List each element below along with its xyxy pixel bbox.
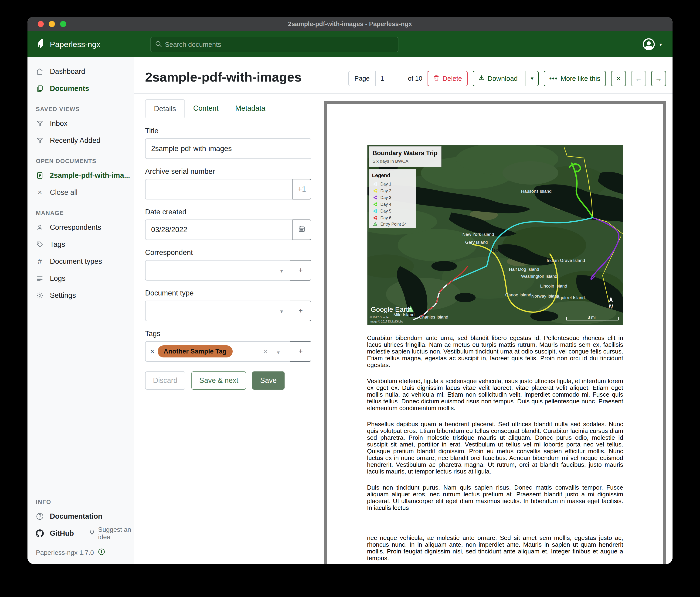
- legend-label-day6: Day 6: [380, 216, 392, 220]
- user-menu[interactable]: ▼: [642, 38, 663, 52]
- user-caret-icon: ▼: [658, 42, 663, 47]
- zoom-window-button[interactable]: [60, 21, 66, 27]
- asn-input[interactable]: [145, 179, 293, 199]
- save-and-next-button[interactable]: Save & next: [192, 372, 246, 390]
- clear-tags-icon[interactable]: ×: [264, 348, 268, 355]
- more-like-this-button[interactable]: ••• More like this: [544, 71, 606, 86]
- sidebar-item-close-all[interactable]: × Close all: [27, 184, 134, 201]
- map-text-annotation: Text: [491, 247, 502, 253]
- document-type-label: Document type: [145, 289, 311, 297]
- legend-label-day4: Day 4: [380, 202, 392, 207]
- close-document-button[interactable]: ×: [611, 71, 626, 86]
- paragraph: Curabitur bibendum ante urna, sed blandi…: [367, 335, 623, 368]
- pdf-page: Hausons Island New York Island Gary Isla…: [327, 104, 663, 564]
- download-caret[interactable]: ▼: [526, 71, 538, 86]
- paragraph: nec neque vehicula, ac molestie ante orn…: [367, 534, 623, 562]
- brand[interactable]: Paperless-ngx: [37, 38, 100, 50]
- pdf-preview-pane[interactable]: Hausons Island New York Island Gary Isla…: [324, 101, 666, 564]
- sidebar-item-correspondents[interactable]: Correspondents: [27, 219, 134, 236]
- asn-plus-one-button[interactable]: +1: [293, 179, 311, 199]
- sidebar-item-inbox[interactable]: Inbox: [27, 115, 134, 132]
- map-legend: Legend Day 1 Day 2 Day 3 Day 4 Day 5 Day…: [369, 169, 416, 228]
- search-input[interactable]: [165, 41, 394, 48]
- map-label-canoe: Canoe Island: [505, 292, 531, 297]
- sidebar-item-label: Correspondents: [50, 223, 101, 232]
- sidebar: Dashboard Documents SAVED VIEWS Inbox Re…: [27, 57, 134, 564]
- delete-button[interactable]: Delete: [428, 71, 468, 86]
- document-type-select[interactable]: ▼: [145, 301, 291, 321]
- tab-metadata[interactable]: Metadata: [227, 99, 274, 118]
- sidebar-item-label: Suggest an idea: [98, 526, 134, 541]
- map-label-indian-grave: Indian Grave Island: [547, 258, 585, 263]
- traffic-lights[interactable]: [38, 21, 66, 27]
- caret-down-icon: ▼: [530, 76, 534, 81]
- info-icon[interactable]: [98, 548, 105, 557]
- form-tabs: Details Content Metadata: [145, 99, 311, 118]
- save-button[interactable]: Save: [252, 372, 284, 390]
- sidebar-item-label: Logs: [50, 274, 66, 283]
- map-label-norway: Norway Island: [531, 294, 559, 298]
- search-box[interactable]: [150, 37, 398, 52]
- download-label: Download: [488, 75, 518, 82]
- add-tag-button[interactable]: +: [290, 341, 311, 362]
- home-icon: [36, 68, 44, 75]
- correspondent-label: Correspondent: [145, 248, 311, 257]
- hash-icon: #: [36, 257, 44, 266]
- map-credit: Google Earth: [371, 306, 412, 313]
- sidebar-item-suggest-idea[interactable]: Suggest an idea: [89, 526, 134, 541]
- map-copyright-1: © 2017 Google: [370, 316, 389, 319]
- sidebar-item-document-types[interactable]: # Document types: [27, 253, 134, 270]
- discard-button[interactable]: Discard: [145, 372, 185, 390]
- sidebar-item-logs[interactable]: Logs: [27, 270, 134, 287]
- title-input[interactable]: [145, 138, 311, 159]
- tab-details[interactable]: Details: [145, 99, 185, 118]
- page-navigator: Page of 10: [348, 71, 428, 86]
- next-document-button[interactable]: →: [651, 71, 666, 86]
- download-button[interactable]: Download ▼: [473, 71, 539, 86]
- legend-label-day1: Day 1: [380, 182, 392, 186]
- close-icon: ×: [36, 188, 44, 197]
- sidebar-item-settings[interactable]: Settings: [27, 287, 134, 304]
- add-document-type-button[interactable]: +: [290, 301, 311, 321]
- sidebar-item-documents[interactable]: Documents: [27, 80, 134, 97]
- minimize-window-button[interactable]: [49, 21, 55, 27]
- tags-select[interactable]: × Another Sample Tag × ▼: [145, 341, 291, 362]
- dots-icon: •••: [549, 75, 558, 82]
- calendar-button[interactable]: [293, 219, 311, 240]
- caret-down-icon: ▼: [279, 309, 284, 314]
- close-window-button[interactable]: [38, 21, 44, 27]
- sidebar-item-documentation[interactable]: Documentation: [27, 508, 134, 525]
- window-title: 2sample-pdf-with-images - Paperless-ngx: [288, 21, 412, 28]
- document-title: 2sample-pdf-with-images: [145, 69, 302, 85]
- sidebar-section-saved-views: SAVED VIEWS: [27, 97, 134, 115]
- download-main[interactable]: Download: [473, 75, 523, 83]
- remove-tag-icon[interactable]: ×: [150, 348, 154, 355]
- sidebar-item-github[interactable]: GitHub: [27, 525, 74, 542]
- sidebar-item-label: Document types: [50, 257, 102, 266]
- file-text-icon: [36, 172, 44, 179]
- avatar-icon: [642, 38, 655, 52]
- close-icon: ×: [617, 75, 621, 82]
- tag-chip[interactable]: Another Sample Tag: [158, 345, 233, 357]
- date-created-input[interactable]: [145, 219, 293, 240]
- filter-icon: [36, 137, 44, 144]
- page-number-input[interactable]: [375, 71, 402, 86]
- sidebar-item-label: Documents: [50, 85, 89, 93]
- sidebar-item-tags[interactable]: Tags: [27, 236, 134, 253]
- sidebar-item-recently-added[interactable]: Recently Added: [27, 132, 134, 149]
- sidebar-item-label: Documentation: [50, 512, 102, 521]
- title-label: Title: [145, 127, 311, 135]
- pdf-text: Curabitur bibendum ante urna, sed blandi…: [367, 335, 623, 564]
- previous-document-button[interactable]: ←: [631, 71, 646, 86]
- macos-titlebar: 2sample-pdf-with-images - Paperless-ngx: [27, 17, 673, 31]
- map-subtitle: Six days in BWCA: [373, 159, 408, 164]
- tab-content[interactable]: Content: [185, 99, 227, 118]
- sidebar-item-open-document[interactable]: 2sample-pdf-with-ima...: [27, 167, 134, 184]
- add-correspondent-button[interactable]: +: [290, 260, 311, 281]
- sidebar-item-dashboard[interactable]: Dashboard: [27, 63, 134, 80]
- delete-label: Delete: [443, 75, 462, 82]
- map-label-lincoln: Lincoln Island: [540, 284, 567, 288]
- sidebar-item-label: Settings: [50, 291, 76, 300]
- correspondent-select[interactable]: ▼: [145, 260, 291, 281]
- person-icon: [36, 224, 44, 231]
